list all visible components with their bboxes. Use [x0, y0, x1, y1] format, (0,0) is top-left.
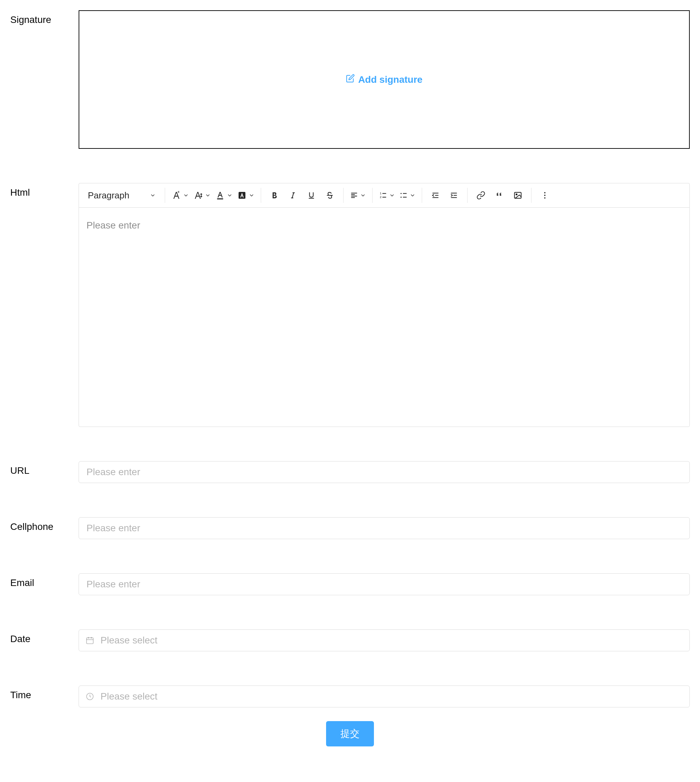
- clock-icon: [85, 692, 94, 701]
- heading-dropdown[interactable]: Paragraph: [84, 188, 160, 203]
- cellphone-input[interactable]: [78, 517, 690, 539]
- url-input[interactable]: [78, 461, 690, 483]
- underline-icon: [307, 191, 316, 200]
- toolbar-separator: [422, 188, 422, 203]
- quote-icon: [495, 191, 504, 200]
- more-vertical-icon: [540, 191, 549, 200]
- heading-label: Paragraph: [88, 190, 129, 201]
- svg-rect-1: [238, 192, 245, 199]
- bold-icon: [270, 191, 279, 200]
- chevron-down-icon: [205, 192, 211, 199]
- bold-button[interactable]: [266, 187, 283, 204]
- image-icon: [513, 191, 522, 200]
- indent-icon: [450, 191, 458, 200]
- more-button[interactable]: [536, 187, 553, 204]
- toolbar-separator: [531, 188, 532, 203]
- image-button[interactable]: [509, 187, 527, 204]
- font-family-dropdown[interactable]: [170, 187, 190, 204]
- indent-button[interactable]: [445, 187, 462, 204]
- strikethrough-button[interactable]: [321, 187, 338, 204]
- toolbar-separator: [467, 188, 468, 203]
- chevron-down-icon: [150, 192, 156, 199]
- svg-text:1: 1: [380, 192, 382, 195]
- link-icon: [477, 191, 485, 200]
- toolbar-separator: [372, 188, 373, 203]
- svg-rect-0: [217, 199, 223, 199]
- svg-point-16: [401, 197, 402, 198]
- label-signature: Signature: [10, 10, 78, 25]
- svg-rect-30: [87, 638, 93, 643]
- chevron-down-icon: [410, 192, 416, 199]
- html-editor: Paragraph: [78, 183, 690, 427]
- underline-button[interactable]: [303, 187, 320, 204]
- label-email: Email: [10, 573, 78, 588]
- edit-icon: [346, 74, 355, 85]
- highlight-icon: [237, 190, 247, 201]
- chevron-down-icon: [183, 192, 189, 199]
- svg-line-4: [292, 192, 293, 198]
- italic-icon: [288, 191, 297, 200]
- strikethrough-icon: [325, 191, 334, 200]
- align-left-icon: [350, 191, 358, 200]
- label-date: Date: [10, 630, 78, 645]
- unordered-list-icon: [399, 191, 408, 200]
- toolbar-separator: [343, 188, 343, 203]
- add-signature-link[interactable]: Add signature: [346, 74, 422, 85]
- svg-point-29: [544, 197, 545, 199]
- svg-point-28: [544, 195, 545, 196]
- highlight-dropdown[interactable]: [235, 187, 256, 204]
- add-signature-label: Add signature: [358, 74, 422, 85]
- outdent-icon: [431, 191, 440, 200]
- editor-toolbar: Paragraph: [79, 183, 689, 208]
- toolbar-separator: [261, 188, 261, 203]
- align-dropdown[interactable]: [348, 187, 367, 204]
- calendar-icon: [85, 636, 94, 645]
- svg-point-26: [516, 194, 517, 195]
- date-picker[interactable]: [78, 630, 690, 651]
- toolbar-separator: [165, 188, 165, 203]
- svg-text:2: 2: [380, 196, 382, 199]
- signature-canvas[interactable]: Add signature: [78, 10, 690, 149]
- link-button[interactable]: [472, 187, 490, 204]
- ordered-list-icon: 12: [379, 191, 388, 200]
- outdent-button[interactable]: [427, 187, 444, 204]
- label-html: Html: [10, 183, 78, 198]
- chevron-down-icon: [227, 192, 233, 199]
- label-url: URL: [10, 461, 78, 476]
- submit-button[interactable]: 提交: [326, 721, 374, 747]
- font-color-dropdown[interactable]: [213, 187, 234, 204]
- svg-point-15: [401, 193, 402, 194]
- chevron-down-icon: [389, 192, 395, 199]
- font-family-icon: [171, 190, 182, 201]
- blockquote-button[interactable]: [491, 187, 508, 204]
- label-time: Time: [10, 685, 78, 700]
- time-picker[interactable]: [78, 685, 690, 707]
- font-size-icon: [193, 190, 203, 201]
- label-cellphone: Cellphone: [10, 517, 78, 532]
- font-color-icon: [215, 190, 225, 201]
- email-input[interactable]: [78, 573, 690, 595]
- chevron-down-icon: [360, 192, 366, 199]
- svg-point-27: [544, 192, 545, 193]
- italic-button[interactable]: [284, 187, 302, 204]
- font-size-dropdown[interactable]: [192, 187, 212, 204]
- chevron-down-icon: [248, 192, 255, 199]
- ordered-list-dropdown[interactable]: 12: [377, 187, 397, 204]
- unordered-list-dropdown[interactable]: [398, 187, 417, 204]
- editor-content-area[interactable]: Please enter: [79, 208, 689, 426]
